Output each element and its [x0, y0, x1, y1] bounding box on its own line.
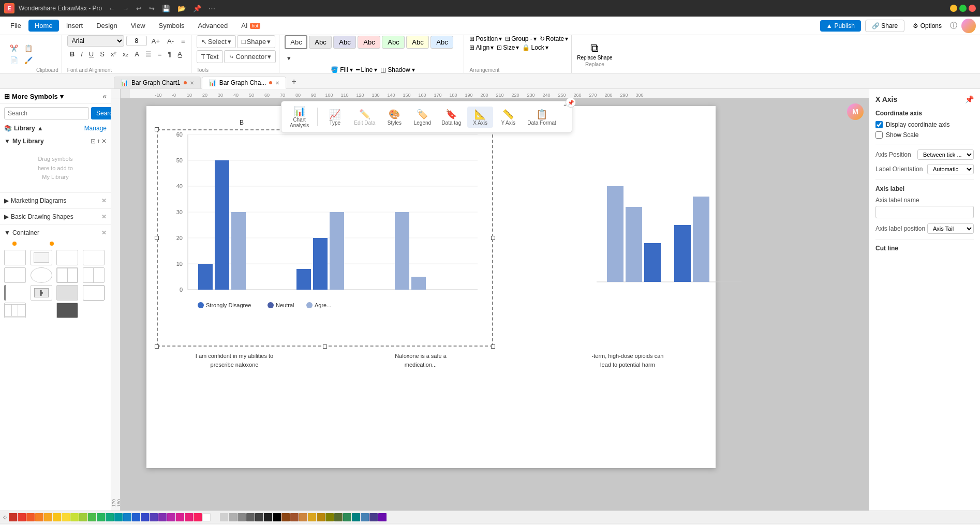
help-icon[interactable]: ⓘ	[950, 21, 957, 31]
canvas-area[interactable]: -10 -0 10 20 30 40 50 60 70 80 90 100 11…	[111, 89, 869, 511]
container-shape-13[interactable]	[4, 303, 26, 318]
container-shape-3[interactable]	[56, 250, 78, 265]
user-avatar[interactable]	[961, 19, 976, 33]
search-btn[interactable]: Search	[91, 107, 111, 119]
fill-dropdown[interactable]: ▾	[350, 66, 353, 73]
toolbar-pin-btn[interactable]: 📌	[566, 98, 576, 108]
basic-shapes-header[interactable]: ▶ Basic Drawing Shapes ✕	[4, 211, 107, 222]
size-btn[interactable]: ⊡ Size ▾	[497, 44, 519, 51]
marketing-diagrams-header[interactable]: ▶ Marketing Diagrams ✕	[4, 195, 107, 206]
color-swatch-23[interactable]	[220, 513, 228, 521]
tab-1[interactable]: 📊 Bar Graph Chart1 ✕	[114, 77, 201, 88]
color-swatch-40[interactable]	[378, 513, 387, 521]
color-swatch-white[interactable]	[202, 513, 211, 521]
share-btn[interactable]: 🔗 Share	[865, 20, 904, 32]
bold-btn[interactable]: B	[67, 49, 77, 59]
shape-dropdown-icon[interactable]: ▾	[267, 38, 271, 46]
replace-shape-btn[interactable]: ⧉ Replace Shape	[577, 41, 612, 61]
color-swatch-22[interactable]	[211, 513, 219, 521]
more-symbols-title[interactable]: ⊞ More Symbols ▾	[4, 93, 64, 100]
font-size-decrease-btn[interactable]: A-	[165, 36, 176, 47]
color-swatch-1[interactable]	[18, 513, 26, 521]
my-library-add-btn[interactable]: +	[97, 138, 100, 145]
menu-advanced[interactable]: Advanced	[191, 20, 234, 32]
collapse-panel-btn[interactable]: «	[102, 92, 107, 100]
undo-btn[interactable]: ↩	[134, 5, 144, 12]
font-size-increase-btn[interactable]: A+	[149, 36, 162, 47]
color-swatch-12[interactable]	[114, 513, 123, 521]
styles-more-btn[interactable]: ▾	[285, 51, 293, 65]
handle-bottom-right[interactable]	[491, 344, 495, 349]
menu-insert[interactable]: Insert	[60, 20, 90, 32]
menu-home[interactable]: Home	[28, 20, 59, 32]
color-swatch-37[interactable]	[352, 513, 360, 521]
display-coord-checkbox[interactable]	[875, 121, 883, 128]
container-shape-2[interactable]	[31, 250, 52, 265]
color-swatch-6[interactable]	[62, 513, 70, 521]
strikethrough-btn[interactable]: S	[97, 49, 107, 59]
style-sample-1[interactable]: Abc	[285, 35, 307, 49]
container-close-btn[interactable]: ✕	[101, 229, 107, 236]
search-input[interactable]	[4, 107, 89, 119]
tab-2[interactable]: 📊 Bar Graph Cha... ✕	[202, 77, 287, 89]
underline-btn[interactable]: U	[86, 49, 96, 59]
save-btn[interactable]: 💾	[160, 5, 172, 12]
axis-label-name-input[interactable]	[875, 206, 974, 218]
color-swatch-24[interactable]	[229, 513, 237, 521]
color-swatch-2[interactable]	[26, 513, 35, 521]
color-swatch-17[interactable]	[158, 513, 167, 521]
subscript-btn[interactable]: x₂	[120, 49, 131, 59]
color-swatch-19[interactable]	[176, 513, 184, 521]
color-swatch-14[interactable]	[132, 513, 140, 521]
data-format-btn[interactable]: 📋 Data Format	[523, 107, 560, 128]
panel-pin-btn[interactable]: 📌	[965, 95, 974, 103]
open-btn[interactable]: 📂	[175, 5, 188, 12]
color-swatch-26[interactable]	[246, 513, 255, 521]
lock-btn[interactable]: 🔒 Lock ▾	[522, 44, 548, 51]
publish-btn[interactable]: ▲ Publish	[820, 20, 861, 32]
cut-btn[interactable]: ✂️	[7, 43, 21, 54]
style-sample-7[interactable]: Abc	[430, 36, 453, 49]
handle-bottom-left[interactable]	[155, 344, 159, 349]
color-swatch-20[interactable]	[185, 513, 193, 521]
canvas-inner[interactable]: B 0 10 20 30	[121, 98, 869, 511]
container-shape-14[interactable]	[56, 303, 78, 318]
numbered-list-btn[interactable]: ≡	[155, 49, 165, 59]
fill-btn[interactable]: 🪣 Fill ▾	[331, 66, 352, 73]
connector-dropdown-icon[interactable]: ▾	[268, 53, 271, 61]
color-swatch-38[interactable]	[361, 513, 369, 521]
chart-selection-container[interactable]: B 0 10 20 30	[157, 129, 493, 347]
tab-2-close[interactable]: ✕	[275, 80, 279, 86]
color-swatch-18[interactable]	[167, 513, 175, 521]
menu-symbols[interactable]: Symbols	[153, 20, 191, 32]
my-library-header[interactable]: ▼ My Library ⊡ + ✕	[4, 136, 107, 146]
color-swatch-34[interactable]	[325, 513, 334, 521]
container-shape-5[interactable]	[4, 267, 26, 283]
y-axis-btn[interactable]: 📏 Y Axis	[495, 107, 521, 128]
menu-view[interactable]: View	[125, 20, 152, 32]
copy-btn[interactable]: 📋	[22, 43, 35, 54]
more-btn[interactable]: ⋯	[206, 5, 217, 12]
align-btn[interactable]: ≡	[179, 36, 188, 47]
container-shape-4[interactable]	[83, 250, 105, 265]
container-shape-1[interactable]	[4, 250, 26, 265]
color-swatch-7[interactable]	[70, 513, 79, 521]
chart-analysis-btn[interactable]: 📊 ChartAnalysis	[286, 103, 313, 130]
handle-mid-right[interactable]	[491, 236, 495, 240]
axis-position-select[interactable]: Between tick ...	[917, 149, 974, 160]
container-shape-10[interactable]: ╠	[31, 285, 52, 301]
nav-back-btn[interactable]: ←	[106, 5, 117, 12]
color-swatch-10[interactable]	[97, 513, 105, 521]
color-swatch-25[interactable]	[237, 513, 246, 521]
font-size-input[interactable]	[126, 36, 147, 46]
position-btn[interactable]: ⊞ Position ▾	[469, 35, 502, 42]
legend-btn[interactable]: 🏷️ Legend	[409, 107, 435, 128]
color-swatch-28[interactable]	[264, 513, 272, 521]
rotate-btn[interactable]: ↻ Rotate ▾	[540, 35, 568, 42]
select-btn[interactable]: ↖ Select ▾	[197, 35, 236, 48]
x-axis-chart-btn[interactable]: 📐 X Axis	[467, 107, 493, 128]
shadow-btn[interactable]: ◫ Shadow ▾	[380, 66, 414, 73]
color-swatch-32[interactable]	[308, 513, 316, 521]
add-tab-btn[interactable]: +	[287, 75, 300, 88]
nav-forward-btn[interactable]: →	[120, 5, 131, 12]
